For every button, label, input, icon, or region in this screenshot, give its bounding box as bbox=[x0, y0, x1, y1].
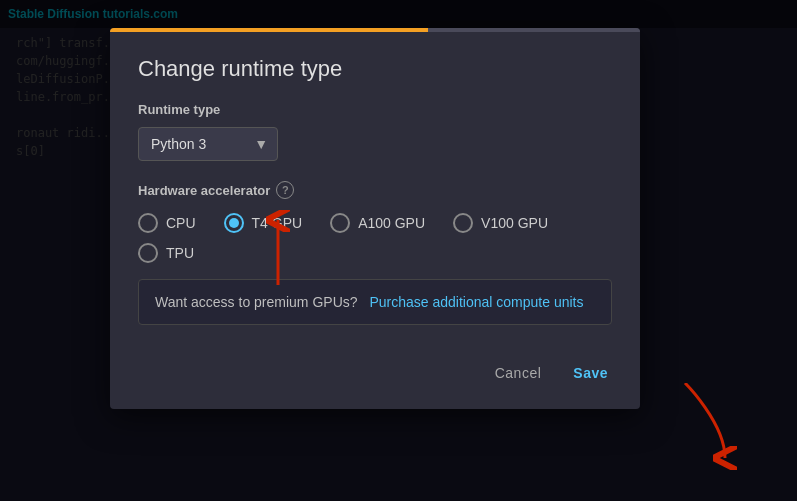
hw-label-row: Hardware accelerator ? bbox=[138, 181, 612, 199]
hw-accelerator-label: Hardware accelerator bbox=[138, 183, 270, 198]
radio-outer-v100gpu bbox=[453, 213, 473, 233]
purchase-compute-link[interactable]: Purchase additional compute units bbox=[369, 294, 583, 310]
change-runtime-dialog: Change runtime type Runtime type Python … bbox=[110, 28, 640, 409]
radio-tpu[interactable]: TPU bbox=[138, 243, 194, 263]
runtime-type-select-container: Python 3 Python 2 ▼ bbox=[138, 127, 278, 161]
radio-outer-tpu bbox=[138, 243, 158, 263]
runtime-type-select[interactable]: Python 3 Python 2 bbox=[138, 127, 278, 161]
radio-label-v100gpu: V100 GPU bbox=[481, 215, 548, 231]
radio-label-cpu: CPU bbox=[166, 215, 196, 231]
accelerator-options-row2: TPU bbox=[138, 243, 612, 263]
radio-v100gpu[interactable]: V100 GPU bbox=[453, 213, 548, 233]
radio-inner-t4gpu bbox=[229, 218, 239, 228]
radio-label-a100gpu: A100 GPU bbox=[358, 215, 425, 231]
radio-outer-t4gpu bbox=[224, 213, 244, 233]
radio-cpu[interactable]: CPU bbox=[138, 213, 196, 233]
help-icon[interactable]: ? bbox=[276, 181, 294, 199]
spacer bbox=[362, 294, 366, 310]
radio-a100gpu[interactable]: A100 GPU bbox=[330, 213, 425, 233]
dialog-footer: Cancel Save bbox=[110, 345, 640, 409]
save-button[interactable]: Save bbox=[569, 357, 612, 389]
premium-text: Want access to premium GPUs? bbox=[155, 294, 358, 310]
radio-outer-cpu bbox=[138, 213, 158, 233]
hardware-accelerator-section: Hardware accelerator ? CPU T4 GPU A1 bbox=[138, 181, 612, 263]
dialog-title: Change runtime type bbox=[138, 56, 612, 82]
accelerator-options-row1: CPU T4 GPU A100 GPU V100 GPU bbox=[138, 213, 612, 233]
radio-outer-a100gpu bbox=[330, 213, 350, 233]
runtime-type-section: Runtime type Python 3 Python 2 ▼ bbox=[138, 102, 612, 161]
premium-gpu-box: Want access to premium GPUs? Purchase ad… bbox=[138, 279, 612, 325]
cancel-button[interactable]: Cancel bbox=[491, 357, 546, 389]
radio-label-tpu: TPU bbox=[166, 245, 194, 261]
runtime-type-label: Runtime type bbox=[138, 102, 612, 117]
arrow-down-indicator bbox=[665, 383, 745, 473]
arrow-up-indicator bbox=[248, 210, 308, 290]
dialog-body: Change runtime type Runtime type Python … bbox=[110, 32, 640, 345]
